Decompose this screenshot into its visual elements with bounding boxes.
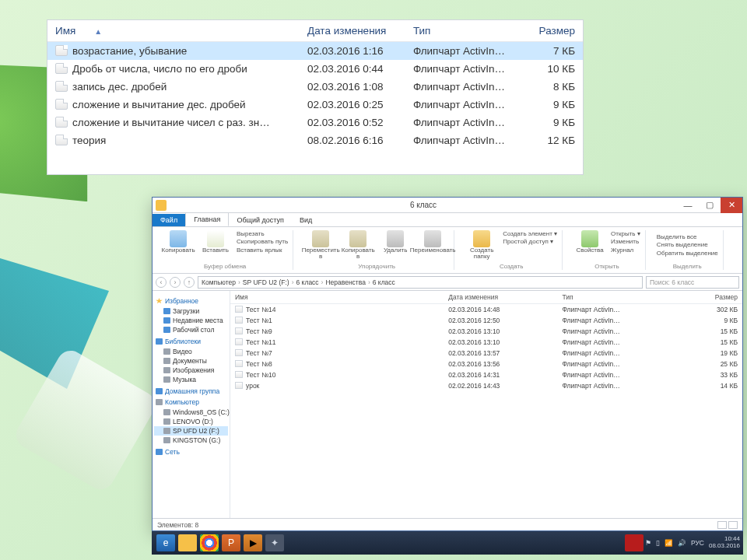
easy-access-button[interactable]: Простой доступ ▾ [503,238,557,246]
paste-button[interactable]: Вставить [199,230,232,254]
tab-share[interactable]: Общий доступ [229,214,291,226]
copy-path-button[interactable]: Скопировать путь [237,238,288,246]
title-bar[interactable]: 6 класс — ▢ ✕ [153,198,742,213]
cut-button[interactable]: Вырезать [237,230,288,238]
tab-file[interactable]: Файл [153,214,185,226]
new-folder-button[interactable]: Создать папку [465,230,498,261]
tab-home[interactable]: Главная [185,212,229,226]
breadcrumb-item[interactable]: 6 класс [373,278,398,286]
list-col-date[interactable]: Дата изменения [444,291,557,304]
col-header-size[interactable]: Размер [517,20,583,42]
breadcrumb-item[interactable]: Компьютер [202,278,240,286]
table-row[interactable]: теория 08.02.2016 6:16Флипчарт ActivIn…1… [47,131,583,149]
tree-homegroup[interactable]: Домашняя группа [156,387,228,395]
list-item[interactable]: Тест №11 02.03.2016 13:10Флипчарт ActivI… [230,337,742,348]
tree-drive-d[interactable]: LENOVO (D:) [154,417,228,426]
invert-selection-button[interactable]: Обратить выделение [657,250,718,257]
tree-computer[interactable]: Компьютер [156,398,228,406]
view-large-icon[interactable] [728,521,738,529]
list-item[interactable]: Тест №10 02.03.2016 14:31Флипчарт ActivI… [230,369,742,380]
taskbar-media-icon[interactable]: ▶ [244,534,262,551]
breadcrumb[interactable]: КомпьютерSP UFD U2 (F:)6 классНеравенств… [198,276,643,289]
tray-flag-icon[interactable]: ⚑ [645,539,651,547]
explorer-window: 6 класс — ▢ ✕ Файл Главная Общий доступ … [152,197,743,531]
list-col-type[interactable]: Тип [557,291,678,304]
tray-alert-icon[interactable] [625,534,644,551]
tree-recent[interactable]: Недавние места [154,316,228,325]
taskbar-powerpoint-icon[interactable]: P [222,534,240,551]
new-item-button[interactable]: Создать элемент ▾ [503,230,557,238]
delete-button[interactable]: Удалить [379,230,412,254]
col-header-name[interactable]: Имя▲ [47,20,300,42]
list-col-name[interactable]: Имя [230,291,444,304]
tree-desktop[interactable]: Рабочий стол [154,325,228,334]
file-icon [55,135,68,145]
tree-downloads[interactable]: Загрузки [154,306,228,316]
table-row[interactable]: запись дес. дробей 02.03.2016 1:08Флипча… [47,78,583,96]
list-col-size[interactable]: Размер [679,291,742,304]
file-icon [235,382,243,389]
breadcrumb-item[interactable]: Неравенства [325,278,370,286]
tree-videos[interactable]: Видео [154,347,228,356]
table-row[interactable]: сложение и вычитание чисел с раз. зн… 02… [47,114,583,131]
nav-forward-icon[interactable]: › [170,277,181,288]
minimize-button[interactable]: — [677,198,699,213]
search-input[interactable]: Поиск: 6 класс [646,276,739,289]
tray-lang[interactable]: РУС [691,539,704,547]
tray-clock[interactable]: 10:4408.03.2016 [709,536,740,550]
file-icon [235,338,243,345]
history-button[interactable]: Журнал [611,247,640,254]
taskbar-app-icon[interactable]: ✦ [265,534,284,551]
properties-button[interactable]: Свойства [573,230,606,254]
list-item[interactable]: Тест №1 02.03.2016 12:50Флипчарт ActivIn… [230,315,742,326]
tree-music[interactable]: Музыка [154,375,228,384]
tree-drive-g[interactable]: KINGSTON (G:) [154,436,228,445]
address-bar: ‹ › ↑ КомпьютерSP UFD U2 (F:)6 классНера… [153,274,742,291]
rename-button[interactable]: Переименовать [416,230,449,254]
select-all-button[interactable]: Выделить все [657,233,718,241]
copy-button[interactable]: Копировать [162,230,195,254]
taskbar-explorer-icon[interactable] [178,534,197,551]
list-item[interactable]: Тест №7 02.03.2016 13:57Флипчарт ActivIn… [230,348,742,359]
tree-libraries[interactable]: Библиотеки [156,338,228,345]
tray-network-icon[interactable]: 📶 [665,539,673,547]
table-row[interactable]: возрастание, убывание 02.03.2016 1:16Фли… [47,42,583,61]
list-item[interactable]: Тест №8 02.03.2016 13:56Флипчарт ActivIn… [230,359,742,369]
file-icon [55,45,68,56]
view-details-icon[interactable] [717,521,727,529]
col-header-type[interactable]: Тип [405,20,517,42]
table-row[interactable]: сложение и вычитание дес. дробей 02.03.2… [47,96,583,114]
list-item[interactable]: Тест №9 02.03.2016 13:10Флипчарт ActivIn… [230,326,742,337]
copy-to-button[interactable]: Копировать в [342,230,374,261]
maximize-button[interactable]: ▢ [699,198,721,213]
tree-documents[interactable]: Документы [154,356,228,366]
breadcrumb-item[interactable]: 6 класс [296,278,324,286]
select-none-button[interactable]: Снять выделение [657,241,718,249]
list-item[interactable]: Тест №14 02.03.2016 14:48Флипчарт ActivI… [230,304,742,316]
tree-drive-f[interactable]: SP UFD U2 (F:) [154,426,228,436]
move-to-button[interactable]: Переместить в [304,230,337,261]
file-icon [235,327,243,334]
nav-tree: Избранное Загрузки Недавние места Рабочи… [153,291,230,518]
tray-battery-icon[interactable]: ▯ [656,539,660,547]
taskbar-chrome-icon[interactable] [200,534,219,551]
tray[interactable]: ⚑ ▯ 📶 🔊 РУС [645,539,704,547]
edit-button[interactable]: Изменить [611,238,640,246]
tree-favorites[interactable]: Избранное [156,297,228,305]
tray-volume-icon[interactable]: 🔊 [678,539,686,547]
close-button[interactable]: ✕ [721,198,742,213]
tree-drive-c[interactable]: Windows8_OS (C:) [154,408,228,417]
tree-network[interactable]: Сеть [156,448,228,456]
nav-back-icon[interactable]: ‹ [156,277,167,288]
taskbar-ie-icon[interactable]: e [156,534,175,551]
nav-up-icon[interactable]: ↑ [184,277,195,288]
open-button[interactable]: Открыть ▾ [611,230,640,238]
col-header-date[interactable]: Дата изменения [300,20,405,42]
window-icon [156,200,167,211]
paste-shortcut-button[interactable]: Вставить ярлык [237,247,288,254]
tab-view[interactable]: Вид [292,214,320,226]
table-row[interactable]: Дробь от числа, число по его дроби 02.03… [47,60,583,78]
tree-images[interactable]: Изображения [154,366,228,375]
breadcrumb-item[interactable]: SP UFD U2 (F:) [243,278,294,286]
list-item[interactable]: урок 02.02.2016 14:43Флипчарт ActivIn…14… [230,380,742,391]
